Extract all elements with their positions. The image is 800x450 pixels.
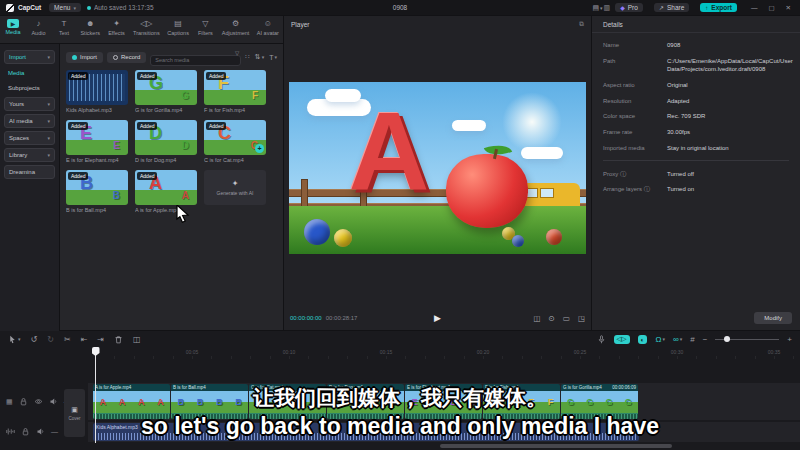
video-thumbnail[interactable]: FFAdded <box>204 70 266 105</box>
maximize-button[interactable]: ▢ <box>765 4 777 12</box>
video-thumbnail[interactable]: EEAdded <box>66 120 128 155</box>
clip-d-is-for-dog.mp4[interactable]: D is for Dog.mp4DDDD <box>327 384 404 419</box>
export-button[interactable]: ↑ Export <box>700 3 737 12</box>
redo-button[interactable]: ↻ <box>47 335 54 344</box>
minimize-button[interactable]: — <box>748 4 761 11</box>
audio-thumbnail[interactable]: Added <box>66 70 128 105</box>
delete-button[interactable] <box>114 335 123 344</box>
type-filter-button[interactable]: T▾ <box>269 54 277 61</box>
clip-f-is-for-fish.mp4[interactable]: F is for Fish.mp4FFFF <box>483 384 560 419</box>
audio-clip[interactable]: Kids Alphabet.mp3 <box>93 423 639 441</box>
snapshot-icon[interactable]: ⊙ <box>549 314 555 323</box>
undo-button[interactable]: ↺ <box>31 335 38 344</box>
grid-view-button[interactable]: ∷ <box>245 53 249 61</box>
track-mute-icon[interactable] <box>49 397 58 406</box>
media-item-g-is-for-gorilla.mp4[interactable]: GGAddedG is for Gorilla.mp4 <box>135 70 197 113</box>
filter-funnel-icon[interactable]: ▽ <box>235 50 239 56</box>
close-button[interactable]: ✕ <box>783 4 794 12</box>
tab-ai-avatar[interactable]: ☺AI avatar <box>257 18 279 43</box>
clip-thumbnails: BBBB <box>171 391 248 413</box>
share-button[interactable]: ↗ Share <box>654 3 689 12</box>
sidebar-item-media[interactable]: Media <box>4 67 55 79</box>
snap-button[interactable]: Ω▾ <box>655 335 665 344</box>
freeze-button[interactable]: ◫ <box>133 335 141 344</box>
track-collapse-icon[interactable]: — <box>51 428 58 435</box>
tab-audio[interactable]: ♪Audio <box>29 18 47 43</box>
smart-tools-button[interactable]: ◁▷ <box>614 335 630 344</box>
video-preview[interactable]: A <box>289 82 586 254</box>
tab-captions[interactable]: ▤Captions <box>167 18 189 43</box>
media-item-b-is-for-ball.mp4[interactable]: BBAddedB is for Ball.mp4 <box>66 170 128 213</box>
auto-captions-button[interactable]: ◐ <box>638 335 648 344</box>
record-button[interactable]: Record <box>107 52 146 63</box>
zoom-slider[interactable] <box>715 335 779 344</box>
player-panel-icon[interactable]: ⧉ <box>579 20 584 28</box>
video-thumbnail[interactable]: BBAdded <box>66 170 128 205</box>
modify-button[interactable]: Modify <box>754 312 792 324</box>
sidebar-item-subprojects[interactable]: Subprojects <box>4 82 55 94</box>
track-thumbnail-toggle-icon[interactable]: ▦ <box>6 398 13 406</box>
playhead[interactable] <box>95 347 96 443</box>
import-button[interactable]: Import <box>66 52 103 63</box>
panel-layout-icon[interactable]: ▥ <box>604 4 611 12</box>
delete-right-button[interactable]: ⇥ <box>97 335 104 344</box>
ratio-icon[interactable]: ▭ <box>563 314 570 323</box>
zoom-out-button[interactable]: − <box>703 335 708 344</box>
media-item-d-is-for-dog.mp4[interactable]: DDAddedD is for Dog.mp4 <box>135 120 197 163</box>
cover-button[interactable]: ▣ Cover <box>64 389 85 437</box>
media-item-c-is-for-cat.mp4[interactable]: CCAdded+C is for Cat.mp4 <box>204 120 266 163</box>
audio-clip-name: Kids Alphabet.mp3 <box>93 423 639 431</box>
select-tool-button[interactable]: ▾ <box>8 335 21 344</box>
video-thumbnail[interactable]: AAAdded <box>135 170 197 205</box>
zoom-in-button[interactable]: + <box>787 335 792 344</box>
compare-icon[interactable]: ◫ <box>533 314 540 323</box>
clip-e-is-for-elephant.mp4[interactable]: E is for Elephant.mp4EEEE <box>405 384 482 419</box>
time-ruler[interactable]: 00:0500:1000:1500:2000:2500:3000:35 <box>0 347 800 359</box>
menu-button[interactable]: Menu ▾ <box>49 3 81 12</box>
tab-effects[interactable]: ✦Effects <box>108 18 126 43</box>
tab-filters[interactable]: ▽Filters <box>196 18 214 43</box>
chevron-down-icon: ▾ <box>47 101 50 107</box>
clip-c-is-for-cat.mp4[interactable]: C is for Cat.mp4CCCC <box>249 384 326 419</box>
track-waveform-icon[interactable] <box>6 427 15 436</box>
clip-b-is-for-ball.mp4[interactable]: B is for Ball.mp4BBBB <box>171 384 248 419</box>
pro-button[interactable]: ◆ Pro <box>615 3 643 12</box>
tab-stickers[interactable]: ☻Stickers <box>80 18 100 43</box>
sidebar-item-library[interactable]: Library▾ <box>4 148 55 162</box>
track-lock-icon[interactable] <box>19 397 28 406</box>
sidebar-item-dreamina[interactable]: Dreamina <box>4 165 55 179</box>
media-item-e-is-for-elephant.mp4[interactable]: EEAddedE is for Elephant.mp4 <box>66 120 128 163</box>
layout-toggle-icon[interactable]: ▤ <box>592 4 599 12</box>
tab-text[interactable]: TText <box>55 18 73 43</box>
video-thumbnail[interactable]: GGAdded <box>135 70 197 105</box>
track-mute-icon[interactable] <box>36 427 45 436</box>
delete-left-button[interactable]: ⇤ <box>81 335 88 344</box>
video-thumbnail[interactable]: CCAdded+ <box>204 120 266 155</box>
add-to-timeline-button[interactable]: + <box>255 144 264 153</box>
clip-g-is-for-gorilla.mp4[interactable]: G is for Gorilla.mp400:00:06:09GGGG <box>561 384 638 419</box>
media-item-f-is-for-fish.mp4[interactable]: FFAddedF is for Fish.mp4 <box>204 70 266 113</box>
search-input[interactable] <box>150 55 241 66</box>
clip-a-is-for-apple.mp4[interactable]: A is for Apple.mp4AAAA <box>93 384 170 419</box>
voiceover-button[interactable] <box>597 335 606 344</box>
generate-with-ai-tile[interactable]: ✦Generate with AI <box>204 170 266 213</box>
fullscreen-icon[interactable]: ◳ <box>578 314 585 323</box>
link-button[interactable]: ∞▾ <box>673 335 682 344</box>
play-button[interactable]: ▶ <box>434 313 441 323</box>
tab-media[interactable]: ▶Media <box>4 18 22 43</box>
split-button[interactable]: ✂ <box>64 335 71 344</box>
video-thumbnail[interactable]: DDAdded <box>135 120 197 155</box>
track-hide-icon[interactable] <box>34 397 43 406</box>
track-lock-icon[interactable] <box>21 427 30 436</box>
sidebar-item-spaces[interactable]: Spaces▾ <box>4 131 55 145</box>
sidebar-item-yours[interactable]: Yours▾ <box>4 97 55 111</box>
slider-knob[interactable] <box>724 336 730 342</box>
sidebar-item-ai-media[interactable]: AI media▾ <box>4 114 55 128</box>
media-item-kids-alphabet.mp3[interactable]: AddedKids Alphabet.mp3 <box>66 70 128 113</box>
timeline-scrollbar[interactable] <box>440 444 672 448</box>
tab-transitions[interactable]: ◁▷Transitions <box>133 18 160 43</box>
preview-axis-button[interactable]: # <box>690 335 694 344</box>
sort-button[interactable]: ⇅▾ <box>255 53 264 61</box>
sidebar-item-import[interactable]: Import▾ <box>4 50 55 64</box>
tab-adjustment[interactable]: ⚙Adjustment <box>222 18 250 43</box>
